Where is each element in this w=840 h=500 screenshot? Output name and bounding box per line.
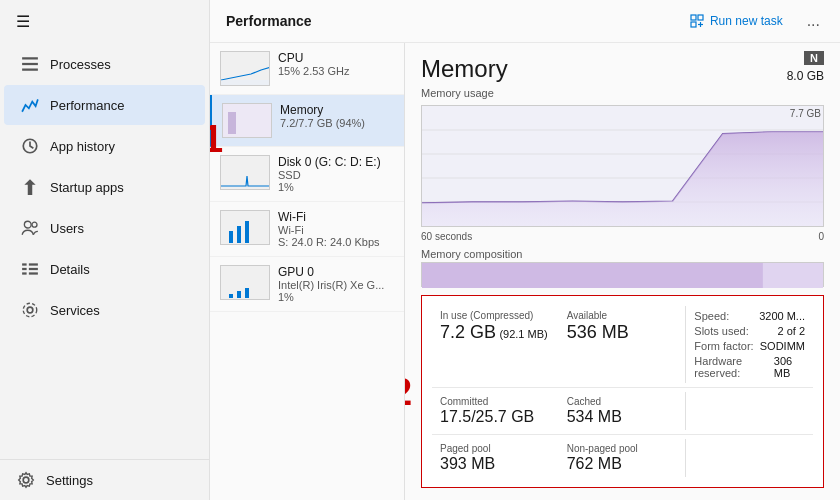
- inline-stats: Speed: 3200 M... Slots used: 2 of 2 Form…: [694, 310, 805, 379]
- svg-rect-35: [422, 263, 763, 288]
- sidebar-header: ☰: [0, 0, 209, 43]
- in-use-value: 7.2 GB (92.1 MB): [440, 322, 551, 343]
- detail-usage-label: Memory usage: [421, 87, 824, 99]
- stat-cached: Cached 534 MB: [559, 392, 686, 430]
- svg-point-14: [23, 477, 29, 483]
- sidebar: ☰ Processes Performance App history Star…: [0, 0, 210, 500]
- form-row: Form factor: SODIMM: [694, 340, 805, 352]
- chart-top-value: 7.7 GB: [790, 108, 821, 119]
- hamburger-icon[interactable]: ☰: [16, 12, 30, 31]
- committed-value: 17.5/25.7 GB: [440, 408, 551, 426]
- more-button[interactable]: ...: [803, 8, 824, 34]
- process-detail-disk1: SSD: [278, 169, 394, 181]
- sidebar-footer-settings[interactable]: Settings: [0, 459, 209, 500]
- process-item-header-memory: Memory 7.2/7.7 GB (94%): [222, 103, 394, 138]
- sidebar-item-app-history[interactable]: App history: [4, 126, 205, 166]
- settings-label: Settings: [46, 473, 93, 488]
- chart-time-label: 60 seconds: [421, 231, 472, 242]
- composition-label: Memory composition: [421, 248, 824, 260]
- process-info-wifi: Wi-Fi Wi-Fi S: 24.0 R: 24.0 Kbps: [278, 210, 394, 248]
- sidebar-item-label-services: Services: [50, 303, 100, 318]
- speed-label: Speed:: [694, 310, 729, 322]
- form-value: SODIMM: [760, 340, 805, 352]
- form-label: Form factor:: [694, 340, 753, 352]
- svg-rect-2: [22, 69, 38, 71]
- details-icon: [20, 259, 40, 279]
- detail-header: Memory N 8.0 GB: [421, 55, 824, 83]
- svg-rect-24: [237, 226, 241, 243]
- process-info-disk: Disk 0 (G: C: D: E:) SSD 1%: [278, 155, 394, 193]
- svg-point-12: [27, 307, 33, 313]
- stat-paged: Paged pool 393 MB: [432, 439, 559, 477]
- services-icon: [20, 300, 40, 320]
- sidebar-item-services[interactable]: Services: [4, 290, 205, 330]
- speed-row: Speed: 3200 M...: [694, 310, 805, 322]
- sidebar-item-performance[interactable]: Performance: [4, 85, 205, 125]
- stats-divider-1: [432, 387, 813, 388]
- paged-value: 393 MB: [440, 455, 551, 473]
- gpu-mini-chart: [220, 265, 270, 300]
- sidebar-item-label-startup: Startup apps: [50, 180, 124, 195]
- process-name-cpu: CPU: [278, 51, 394, 65]
- process-item-disk[interactable]: Disk 0 (G: C: D: E:) SSD 1%: [210, 147, 404, 202]
- process-name-gpu: GPU 0: [278, 265, 394, 279]
- sidebar-item-users[interactable]: Users: [4, 208, 205, 248]
- process-detail-wifi1: Wi-Fi: [278, 224, 394, 236]
- slots-row: Slots used: 2 of 2: [694, 325, 805, 337]
- sidebar-item-startup-apps[interactable]: Startup apps: [4, 167, 205, 207]
- stat-committed: Committed 17.5/25.7 GB: [432, 392, 559, 430]
- app-history-icon: [20, 136, 40, 156]
- chart-zero-label: 0: [818, 231, 824, 242]
- main-header: Performance Run new task ...: [210, 0, 840, 43]
- process-detail-gpu1: Intel(R) Iris(R) Xe G...: [278, 279, 394, 291]
- process-item-memory[interactable]: Memory 7.2/7.7 GB (94%): [210, 95, 404, 147]
- sidebar-item-details[interactable]: Details: [4, 249, 205, 289]
- svg-rect-25: [245, 221, 249, 243]
- process-info-memory: Memory 7.2/7.7 GB (94%): [280, 103, 394, 129]
- detail-title: Memory: [421, 55, 508, 83]
- stats-row-2: Committed 17.5/25.7 GB Cached 534 MB: [432, 392, 813, 430]
- svg-rect-6: [22, 263, 27, 265]
- processes-icon: [20, 54, 40, 74]
- in-use-sub: (92.1 MB): [499, 328, 547, 340]
- cached-value: 534 MB: [567, 408, 678, 426]
- hardware-label: Hardware reserved:: [694, 355, 773, 379]
- process-detail-disk2: 1%: [278, 181, 394, 193]
- disk-mini-chart: [220, 155, 270, 190]
- content-area: 1 CPU 15% 2.53 GHz: [210, 43, 840, 500]
- hardware-row: Hardware reserved: 306 MB: [694, 355, 805, 379]
- sidebar-item-processes[interactable]: Processes: [4, 44, 205, 84]
- run-new-task-button[interactable]: Run new task: [682, 10, 791, 32]
- svg-rect-27: [237, 291, 241, 298]
- detail-header-right: N 8.0 GB: [787, 55, 824, 83]
- stat-empty-right-2: [685, 439, 813, 477]
- svg-rect-9: [29, 268, 38, 270]
- speed-value: 3200 M...: [759, 310, 805, 322]
- svg-rect-26: [229, 294, 233, 298]
- sidebar-item-label-performance: Performance: [50, 98, 124, 113]
- available-label: Available: [567, 310, 678, 321]
- process-item-cpu[interactable]: CPU 15% 2.53 GHz: [210, 43, 404, 95]
- memory-mini-chart: [222, 103, 272, 138]
- process-detail-gpu2: 1%: [278, 291, 394, 303]
- in-use-gb: 7.2 GB: [440, 322, 496, 342]
- sidebar-item-label-details: Details: [50, 262, 90, 277]
- sidebar-item-label-app-history: App history: [50, 139, 115, 154]
- stat-inline-right: Speed: 3200 M... Slots used: 2 of 2 Form…: [685, 306, 813, 383]
- slots-label: Slots used:: [694, 325, 748, 337]
- process-item-gpu[interactable]: GPU 0 Intel(R) Iris(R) Xe G... 1%: [210, 257, 404, 312]
- run-task-icon: [690, 14, 704, 28]
- performance-icon: [20, 95, 40, 115]
- paged-label: Paged pool: [440, 443, 551, 454]
- svg-rect-17: [698, 15, 703, 20]
- startup-icon: [20, 177, 40, 197]
- sidebar-item-label-users: Users: [50, 221, 84, 236]
- svg-rect-8: [22, 268, 27, 270]
- slots-value: 2 of 2: [777, 325, 805, 337]
- svg-rect-7: [29, 263, 38, 265]
- process-item-wifi[interactable]: Wi-Fi Wi-Fi S: 24.0 R: 24.0 Kbps: [210, 202, 404, 257]
- settings-icon: [16, 470, 36, 490]
- process-item-header-wifi: Wi-Fi Wi-Fi S: 24.0 R: 24.0 Kbps: [220, 210, 394, 248]
- in-use-label: In use (Compressed): [440, 310, 551, 321]
- svg-marker-33: [422, 132, 823, 226]
